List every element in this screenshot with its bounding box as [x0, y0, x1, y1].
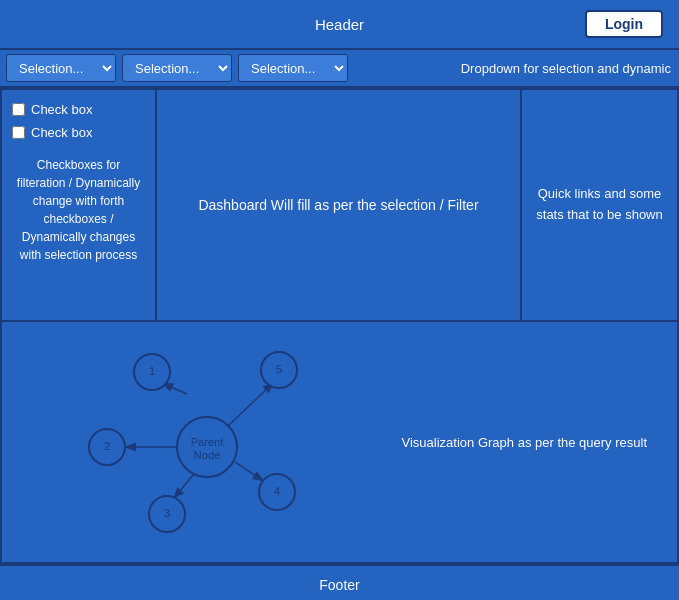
checkbox-description: Checkboxes for filteration / Dynamically… [12, 156, 145, 264]
graph-section: Parent Node 1 2 3 4 5 Visualization Grap… [0, 322, 679, 564]
parent-node-text2: Node [194, 449, 220, 461]
checkbox-1-item: Check box [12, 102, 145, 117]
edge-1 [164, 384, 187, 394]
dropdown-3[interactable]: Selection... Option 1 Option 2 Option 3 [238, 54, 348, 82]
node-3-text: 3 [164, 507, 170, 519]
graph-svg: Parent Node 1 2 3 4 5 [57, 342, 357, 542]
node-5-text: 5 [276, 363, 282, 375]
quick-links-label: Quick links and some stats that to be sh… [534, 184, 665, 226]
graph-label: Visualization Graph as per the query res… [402, 435, 667, 450]
node-1-text: 1 [149, 365, 155, 377]
dropdown-2[interactable]: Selection... Option 1 Option 2 Option 3 [122, 54, 232, 82]
dropdown-1[interactable]: Selection... Option 1 Option 2 Option 3 [6, 54, 116, 82]
header-title: Header [315, 16, 364, 33]
footer: Footer [0, 564, 679, 600]
parent-node-text: Parent [191, 436, 223, 448]
right-panel: Quick links and some stats that to be sh… [522, 90, 677, 320]
footer-text: Footer [319, 577, 359, 593]
checkbox-2[interactable] [12, 126, 25, 139]
checkbox-2-label[interactable]: Check box [31, 125, 92, 140]
edge-4 [235, 462, 262, 480]
checkbox-1-label[interactable]: Check box [31, 102, 92, 117]
graph-area: Parent Node 1 2 3 4 5 [12, 342, 402, 542]
node-2-text: 2 [104, 440, 110, 452]
edge-5 [227, 384, 272, 427]
checkbox-2-item: Check box [12, 125, 145, 140]
header: Header Login [0, 0, 679, 48]
dropdown-bar: Selection... Option 1 Option 2 Option 3 … [0, 48, 679, 88]
left-panel: Check box Check box Checkboxes for filte… [2, 90, 157, 320]
login-button[interactable]: Login [585, 10, 663, 38]
node-4-text: 4 [274, 485, 280, 497]
dashboard-label: Dashboard Will fill as per the selection… [198, 197, 478, 213]
center-panel: Dashboard Will fill as per the selection… [157, 90, 522, 320]
dropdown-label: Dropdown for selection and dynamic [461, 61, 671, 76]
checkbox-1[interactable] [12, 103, 25, 116]
main-content: Check box Check box Checkboxes for filte… [0, 88, 679, 322]
